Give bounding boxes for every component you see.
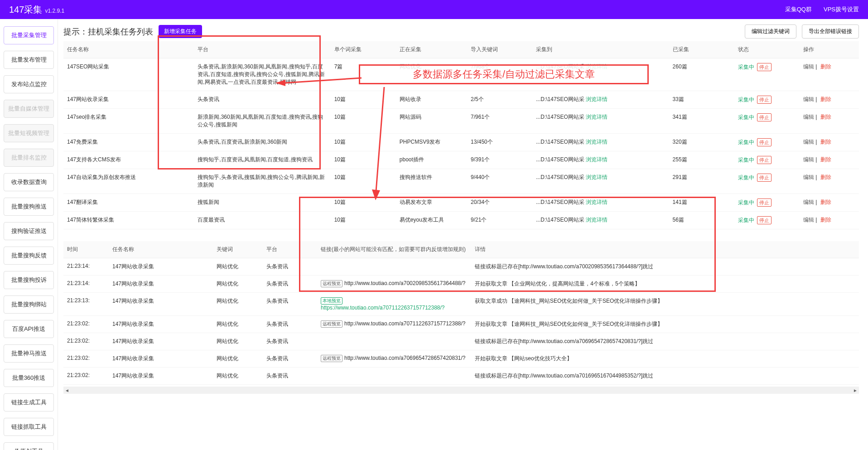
local-preview-tag[interactable]: 本地预览	[321, 297, 342, 305]
sidebar-item-17[interactable]: 伪原创工具	[4, 442, 54, 450]
delete-link[interactable]: 删除	[820, 156, 831, 163]
task-row: 147SEO网站采集头条资讯,新浪新闻,360新闻,凤凰新闻,搜狗知乎,百度资讯…	[63, 58, 859, 91]
sidebar-item-8[interactable]: 搜狗验证推送	[4, 222, 54, 240]
task-row: 147自动采集为原创发布推送搜狗知乎,头条资讯,搜狐新闻,搜狗公众号,腾讯新闻,…	[63, 169, 859, 194]
stop-button[interactable]: 停止	[757, 63, 772, 71]
sidebar-item-0[interactable]: 批量采集管理	[4, 26, 54, 44]
log-link[interactable]: https://www.toutiao.com/a707112263715771…	[321, 305, 445, 311]
qq-group-link[interactable]: 采集QQ群	[785, 5, 812, 14]
edit-filter-button[interactable]: 编辑过滤关键词	[745, 24, 796, 39]
log-link-cell: 远程预览http://www.toutiao.com/a706965472865…	[317, 350, 471, 368]
sidebar-item-14[interactable]: 批量360推送	[4, 369, 54, 387]
edit-link[interactable]: 编辑	[803, 139, 814, 145]
stop-button[interactable]: 停止	[757, 138, 772, 146]
view-detail-link[interactable]: 浏览详情	[586, 217, 608, 223]
delete-link[interactable]: 删除	[820, 63, 831, 70]
export-errors-button[interactable]: 导出全部错误链接	[802, 24, 859, 39]
edit-link[interactable]: 编辑	[803, 199, 814, 205]
task-row: 147简体转繁体采集百度最资讯10篇易优eyou发布工具9/21个...D:\1…	[63, 212, 859, 229]
edit-link[interactable]: 编辑	[803, 156, 814, 163]
sidebar-item-15[interactable]: 链接生成工具	[4, 393, 54, 411]
log-link[interactable]: http://www.toutiao.com/a7002098535617364…	[344, 280, 466, 286]
sidebar-item-7[interactable]: 批量搜狗推送	[4, 198, 54, 216]
delete-link[interactable]: 删除	[820, 114, 831, 120]
col-single: 单个词采集	[331, 41, 396, 58]
title-row: 提示：挂机采集任务列表 新增采集任务 编辑过滤关键词 导出全部错误链接	[63, 24, 859, 39]
log-table: 时间 任务名称 关键词 平台 链接(最小的网站可能没有匹配，如需要可群内反馈增加…	[63, 241, 859, 385]
delete-link[interactable]: 删除	[820, 174, 831, 180]
new-task-button[interactable]: 新增采集任务	[159, 25, 202, 38]
log-link[interactable]: http://www.toutiao.com/a7069654728657420…	[344, 355, 466, 361]
delete-link[interactable]: 删除	[820, 96, 831, 102]
col-op: 操作	[800, 41, 859, 58]
task-name: 147简体转繁体采集	[63, 212, 194, 229]
log-task: 147网站收录采集	[109, 276, 213, 293]
task-row: 147翻译采集搜狐新闻10篇动易发布文章20/34个...D:\147SEO网站…	[63, 194, 859, 212]
log-detail: 开始获取文章 【企业网站优化，提高网站流量，4个标准，5个策略】	[471, 276, 859, 293]
task-status: 采集中停止	[734, 151, 800, 169]
topbar-left: 147采集 v1.2.9.1	[9, 4, 64, 16]
scroll-left-icon[interactable]: ◄	[63, 387, 71, 394]
log-keyword: 网站优化	[213, 293, 263, 316]
task-op: 编辑 | 删除	[800, 58, 859, 91]
log-detail: 链接或标题已存在[http://www.toutiao.com/a7002098…	[471, 258, 859, 276]
log-task: 147网站收录采集	[109, 293, 213, 316]
sidebar-item-6[interactable]: 收录数据查询	[4, 173, 54, 191]
horizontal-scrollbar[interactable]: ◄ ►	[63, 387, 859, 394]
sidebar-item-16[interactable]: 链接抓取工具	[4, 418, 54, 436]
view-detail-link[interactable]: 浏览详情	[586, 96, 608, 102]
view-detail-link[interactable]: 浏览详情	[586, 114, 608, 120]
stop-button[interactable]: 停止	[757, 156, 772, 164]
task-name: 147支持各大CMS发布	[63, 151, 194, 169]
log-keyword: 网站优化	[213, 333, 263, 350]
log-platform: 头条资讯	[263, 316, 317, 333]
log-platform: 头条资讯	[263, 258, 317, 276]
edit-link[interactable]: 编辑	[803, 63, 814, 70]
edit-link[interactable]: 编辑	[803, 174, 814, 180]
remote-preview-tag[interactable]: 远程预览	[321, 355, 342, 362]
stop-button[interactable]: 停止	[757, 96, 772, 104]
view-detail-link[interactable]: 浏览详情	[586, 174, 608, 180]
remote-preview-tag[interactable]: 远程预览	[321, 280, 342, 287]
stop-button[interactable]: 停止	[757, 216, 772, 224]
task-platform: 新浪新闻,360新闻,凤凰新闻,百度知道,搜狗资讯,搜狗公众号,搜狐新闻	[194, 109, 330, 134]
log-row: 21:23:14:147网站收录采集网站优化头条资讯链接或标题已存在[http:…	[63, 258, 859, 276]
stop-button[interactable]: 停止	[757, 174, 772, 182]
delete-link[interactable]: 删除	[820, 139, 831, 145]
task-collecting: 网站源码	[396, 109, 467, 134]
log-time: 21:23:02:	[63, 316, 109, 333]
stop-button[interactable]: 停止	[757, 198, 772, 207]
delete-link[interactable]: 删除	[820, 217, 831, 223]
log-row: 21:23:14:147网站收录采集网站优化头条资讯远程预览http://www…	[63, 276, 859, 293]
scroll-right-icon[interactable]: ►	[852, 387, 859, 394]
view-detail-link[interactable]: 浏览详情	[586, 199, 608, 205]
sidebar-item-10[interactable]: 批量搜狗投诉	[4, 271, 54, 289]
task-status: 采集中停止	[734, 134, 800, 151]
delete-link[interactable]: 删除	[820, 199, 831, 205]
log-link[interactable]: http://www.toutiao.com/a7071122637157712…	[344, 320, 466, 327]
task-single: 7篇	[331, 58, 396, 91]
remote-preview-tag[interactable]: 远程预览	[321, 320, 342, 328]
task-platform: 百度最资讯	[194, 212, 330, 229]
log-keyword: 网站优化	[213, 258, 263, 276]
sidebar-item-11[interactable]: 批量搜狗绑站	[4, 295, 54, 314]
sidebar-item-13[interactable]: 批量神马推送	[4, 344, 54, 363]
task-name: 147SEO网站采集	[63, 58, 194, 91]
sidebar-item-12[interactable]: 百度API推送	[4, 320, 54, 338]
sidebar-item-1[interactable]: 批量发布管理	[4, 51, 54, 69]
view-detail-link[interactable]: 浏览详情	[586, 63, 608, 70]
edit-link[interactable]: 编辑	[803, 96, 814, 102]
task-collecting: 搜狗推送软件	[396, 169, 467, 194]
task-single: 10篇	[331, 194, 396, 212]
sidebar-item-2[interactable]: 发布站点监控	[4, 75, 54, 93]
vps-dial-link[interactable]: VPS拨号设置	[824, 5, 859, 14]
log-detail: 链接或标题已存在[http://www.toutiao.com/a7016965…	[471, 368, 859, 385]
view-detail-link[interactable]: 浏览详情	[586, 139, 608, 145]
view-detail-link[interactable]: 浏览详情	[586, 156, 608, 163]
stop-button[interactable]: 停止	[757, 113, 772, 121]
edit-link[interactable]: 编辑	[803, 114, 814, 120]
col-import-kw: 导入关键词	[467, 41, 532, 58]
page-title: 提示：挂机采集任务列表	[63, 26, 153, 37]
sidebar-item-9[interactable]: 批量搜狗反馈	[4, 247, 54, 265]
edit-link[interactable]: 编辑	[803, 217, 814, 223]
